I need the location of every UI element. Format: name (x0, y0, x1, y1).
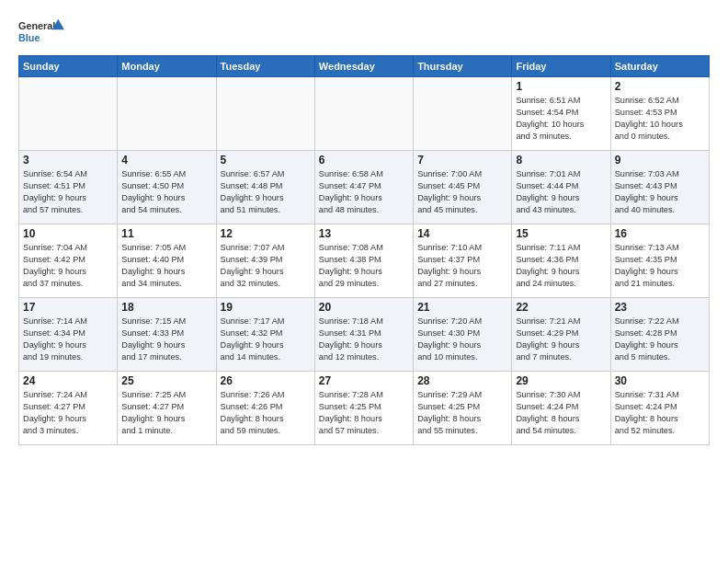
day-info: Sunrise: 7:10 AMSunset: 4:37 PMDaylight:… (417, 243, 482, 288)
day-cell: 5Sunrise: 6:57 AMSunset: 4:48 PMDaylight… (216, 151, 314, 224)
day-info: Sunrise: 7:21 AMSunset: 4:29 PMDaylight:… (516, 316, 580, 362)
weekday-header-sunday: Sunday (19, 56, 118, 77)
day-number: 27 (319, 374, 409, 387)
day-number: 18 (121, 301, 211, 314)
day-cell: 29Sunrise: 7:30 AMSunset: 4:24 PMDayligh… (512, 372, 610, 445)
week-row-3: 10Sunrise: 7:04 AMSunset: 4:42 PMDayligh… (19, 224, 710, 298)
day-cell: 24Sunrise: 7:24 AMSunset: 4:27 PMDayligh… (19, 372, 118, 445)
day-info: Sunrise: 7:29 AMSunset: 4:25 PMDaylight:… (417, 390, 482, 435)
day-number: 6 (319, 154, 409, 167)
day-info: Sunrise: 7:30 AMSunset: 4:24 PMDaylight:… (516, 390, 580, 435)
calendar: SundayMondayTuesdayWednesdayThursdayFrid… (18, 55, 710, 445)
weekday-header-thursday: Thursday (414, 56, 512, 77)
day-cell: 14Sunrise: 7:10 AMSunset: 4:37 PMDayligh… (414, 224, 512, 298)
day-number: 16 (615, 227, 705, 240)
day-info: Sunrise: 7:00 AMSunset: 4:45 PMDaylight:… (417, 169, 482, 214)
week-row-2: 3Sunrise: 6:54 AMSunset: 4:51 PMDaylight… (19, 151, 710, 224)
day-cell: 19Sunrise: 7:17 AMSunset: 4:32 PMDayligh… (216, 298, 314, 372)
day-number: 13 (319, 227, 409, 240)
day-cell: 7Sunrise: 7:00 AMSunset: 4:45 PMDaylight… (414, 151, 512, 224)
day-number: 22 (516, 301, 606, 314)
day-cell: 9Sunrise: 7:03 AMSunset: 4:43 PMDaylight… (610, 151, 709, 224)
day-cell (19, 77, 118, 151)
day-info: Sunrise: 7:04 AMSunset: 4:42 PMDaylight:… (23, 243, 87, 288)
day-info: Sunrise: 7:07 AMSunset: 4:39 PMDaylight:… (221, 243, 285, 288)
day-number: 25 (121, 374, 211, 387)
day-info: Sunrise: 7:22 AMSunset: 4:28 PMDaylight:… (615, 316, 679, 362)
day-cell: 21Sunrise: 7:20 AMSunset: 4:30 PMDayligh… (414, 298, 512, 372)
weekday-header-wednesday: Wednesday (314, 56, 413, 77)
day-cell: 28Sunrise: 7:29 AMSunset: 4:25 PMDayligh… (414, 372, 512, 445)
day-number: 4 (121, 154, 211, 167)
header: General Blue (18, 15, 710, 48)
logo: General Blue (18, 15, 64, 48)
day-cell: 22Sunrise: 7:21 AMSunset: 4:29 PMDayligh… (512, 298, 610, 372)
day-cell: 2Sunrise: 6:52 AMSunset: 4:53 PMDaylight… (610, 77, 709, 151)
day-info: Sunrise: 7:24 AMSunset: 4:27 PMDaylight:… (23, 390, 87, 435)
day-number: 11 (121, 227, 211, 240)
week-row-4: 17Sunrise: 7:14 AMSunset: 4:34 PMDayligh… (19, 298, 710, 372)
calendar-header: SundayMondayTuesdayWednesdayThursdayFrid… (19, 56, 710, 77)
weekday-header-saturday: Saturday (610, 56, 709, 77)
day-cell: 15Sunrise: 7:11 AMSunset: 4:36 PMDayligh… (512, 224, 610, 298)
day-info: Sunrise: 6:55 AMSunset: 4:50 PMDaylight:… (121, 169, 186, 214)
day-cell: 11Sunrise: 7:05 AMSunset: 4:40 PMDayligh… (118, 224, 216, 298)
day-info: Sunrise: 7:11 AMSunset: 4:36 PMDaylight:… (516, 243, 580, 288)
day-cell: 10Sunrise: 7:04 AMSunset: 4:42 PMDayligh… (19, 224, 118, 298)
day-number: 24 (23, 374, 113, 387)
week-row-5: 24Sunrise: 7:24 AMSunset: 4:27 PMDayligh… (19, 372, 710, 445)
day-cell (314, 77, 413, 151)
day-cell: 30Sunrise: 7:31 AMSunset: 4:24 PMDayligh… (610, 372, 709, 445)
day-cell: 27Sunrise: 7:28 AMSunset: 4:25 PMDayligh… (314, 372, 413, 445)
weekday-header-tuesday: Tuesday (216, 56, 314, 77)
day-cell: 25Sunrise: 7:25 AMSunset: 4:27 PMDayligh… (118, 372, 216, 445)
day-cell: 1Sunrise: 6:51 AMSunset: 4:54 PMDaylight… (512, 77, 610, 151)
day-info: Sunrise: 7:17 AMSunset: 4:32 PMDaylight:… (221, 316, 285, 362)
day-cell: 3Sunrise: 6:54 AMSunset: 4:51 PMDaylight… (19, 151, 118, 224)
day-number: 14 (417, 227, 507, 240)
weekday-header-monday: Monday (118, 56, 216, 77)
day-info: Sunrise: 7:28 AMSunset: 4:25 PMDaylight:… (319, 390, 383, 435)
day-info: Sunrise: 7:01 AMSunset: 4:44 PMDaylight:… (516, 169, 580, 214)
day-info: Sunrise: 7:03 AMSunset: 4:43 PMDaylight:… (615, 169, 679, 214)
day-number: 10 (23, 227, 113, 240)
day-info: Sunrise: 7:18 AMSunset: 4:31 PMDaylight:… (319, 316, 383, 362)
day-info: Sunrise: 7:05 AMSunset: 4:40 PMDaylight:… (121, 243, 186, 288)
day-cell (216, 77, 314, 151)
day-number: 8 (516, 154, 606, 167)
day-cell (118, 77, 216, 151)
day-info: Sunrise: 7:25 AMSunset: 4:27 PMDaylight:… (121, 390, 186, 435)
svg-text:Blue: Blue (18, 32, 40, 43)
day-number: 30 (615, 374, 705, 387)
day-info: Sunrise: 7:31 AMSunset: 4:24 PMDaylight:… (615, 390, 679, 435)
day-cell: 18Sunrise: 7:15 AMSunset: 4:33 PMDayligh… (118, 298, 216, 372)
weekday-header-friday: Friday (512, 56, 610, 77)
day-info: Sunrise: 7:26 AMSunset: 4:26 PMDaylight:… (221, 390, 285, 435)
day-number: 20 (319, 301, 409, 314)
day-info: Sunrise: 7:08 AMSunset: 4:38 PMDaylight:… (319, 243, 383, 288)
day-number: 29 (516, 374, 606, 387)
day-number: 3 (23, 154, 113, 167)
day-number: 23 (615, 301, 705, 314)
calendar-body: 1Sunrise: 6:51 AMSunset: 4:54 PMDaylight… (19, 77, 710, 445)
day-cell: 4Sunrise: 6:55 AMSunset: 4:50 PMDaylight… (118, 151, 216, 224)
day-number: 19 (221, 301, 311, 314)
day-cell: 6Sunrise: 6:58 AMSunset: 4:47 PMDaylight… (314, 151, 413, 224)
day-cell: 20Sunrise: 7:18 AMSunset: 4:31 PMDayligh… (314, 298, 413, 372)
day-info: Sunrise: 7:14 AMSunset: 4:34 PMDaylight:… (23, 316, 87, 362)
svg-text:General: General (18, 20, 55, 31)
day-info: Sunrise: 6:51 AMSunset: 4:54 PMDaylight:… (516, 96, 584, 141)
day-number: 28 (417, 374, 507, 387)
day-cell: 12Sunrise: 7:07 AMSunset: 4:39 PMDayligh… (216, 224, 314, 298)
day-number: 2 (615, 80, 705, 93)
day-info: Sunrise: 6:52 AMSunset: 4:53 PMDaylight:… (615, 96, 683, 141)
day-number: 15 (516, 227, 606, 240)
weekday-header-row: SundayMondayTuesdayWednesdayThursdayFrid… (19, 56, 710, 77)
day-number: 12 (221, 227, 311, 240)
day-info: Sunrise: 7:20 AMSunset: 4:30 PMDaylight:… (417, 316, 482, 362)
day-number: 17 (23, 301, 113, 314)
logo-svg: General Blue (18, 15, 64, 48)
day-info: Sunrise: 6:54 AMSunset: 4:51 PMDaylight:… (23, 169, 87, 214)
page: General Blue SundayMondayTuesdayWednesda… (0, 0, 728, 563)
day-cell: 8Sunrise: 7:01 AMSunset: 4:44 PMDaylight… (512, 151, 610, 224)
